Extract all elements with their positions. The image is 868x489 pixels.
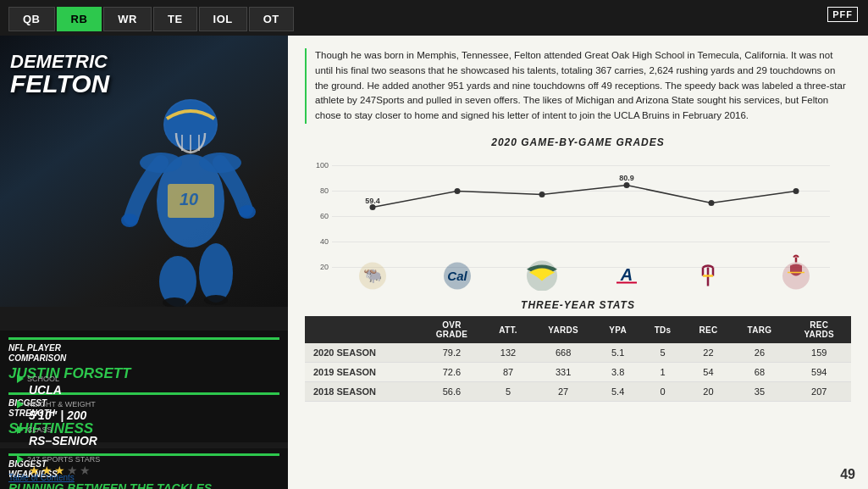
- svg-text:20: 20: [320, 263, 329, 271]
- col-header-ovr: OVRGRADE: [418, 316, 484, 343]
- svg-point-1: [199, 243, 233, 303]
- svg-text:A: A: [620, 265, 633, 284]
- team-logo-oregon: [527, 261, 557, 292]
- tab-ot[interactable]: OT: [249, 7, 294, 31]
- chart-title: 2020 GAME-BY-GAME GRADES: [305, 136, 851, 148]
- cell-season-0: 2020 SEASON: [305, 343, 418, 363]
- stars-rating: ★ ★ ★ ★ ★: [17, 464, 100, 477]
- cell-att-2: 5: [485, 382, 532, 402]
- chart-label-1: 59.4: [365, 197, 380, 205]
- col-header-targ: TARG: [732, 316, 787, 343]
- cell-ypa-2: 5.4: [595, 382, 641, 402]
- cell-ovr_grade-1: 72.6: [418, 363, 484, 382]
- cell-season-1: 2019 SEASON: [305, 363, 418, 382]
- svg-point-12: [239, 205, 256, 219]
- svg-text:100: 100: [316, 161, 329, 169]
- cell-rec-2: 20: [685, 382, 733, 402]
- player-last-name: FELTON: [10, 71, 109, 97]
- chart-point-5: [709, 200, 715, 206]
- star-3: ★: [54, 464, 65, 477]
- svg-text:60: 60: [320, 212, 329, 220]
- star-2: ★: [41, 464, 53, 477]
- player-name-overlay: DEMETRIC FELTON: [10, 53, 109, 97]
- col-header-ypa: YPA: [595, 316, 641, 343]
- team-logo-colorado: 🐃: [359, 263, 386, 290]
- svg-text:40: 40: [320, 237, 329, 246]
- star-4: ★: [67, 464, 78, 477]
- cell-season-2: 2018 SEASON: [305, 382, 418, 402]
- class-value: RS–SENIOR: [17, 434, 97, 447]
- tab-wr[interactable]: WR: [103, 7, 152, 31]
- table-row: 2019 SEASON72.6873313.815468594: [305, 363, 851, 382]
- team-logo-cal: Cal: [444, 263, 471, 290]
- cell-targ-0: 26: [732, 343, 787, 363]
- cell-rec_yards-1: 594: [788, 363, 851, 382]
- cell-ypa-1: 3.8: [595, 363, 641, 382]
- cell-rec_yards-0: 159: [788, 343, 851, 363]
- stats-table: OVRGRADE ATT. YARDS YPA TDs REC TARG REC…: [305, 316, 851, 402]
- tab-qb[interactable]: QB: [8, 7, 55, 31]
- right-panel: Though he was born in Memphis, Tennessee…: [288, 36, 868, 489]
- height-weight-info: Height & Weight 5'10" | 200: [17, 400, 96, 422]
- height-weight-value: 5'10" | 200: [17, 408, 96, 422]
- cell-tds-1: 1: [640, 363, 684, 382]
- star-1: ★: [29, 464, 40, 477]
- player-first-name: DEMETRIC: [10, 53, 109, 71]
- tab-rb[interactable]: RB: [57, 7, 102, 31]
- star-5: ★: [80, 464, 91, 477]
- tab-iol[interactable]: IOL: [199, 7, 247, 31]
- svg-text:🐃: 🐃: [363, 266, 383, 285]
- school-label: School: [17, 375, 62, 383]
- tab-te[interactable]: TE: [153, 7, 197, 31]
- cell-tds-2: 0: [640, 382, 684, 402]
- table-row: 2020 SEASON79.21326685.152226159: [305, 343, 851, 363]
- class-info: Class RS–SENIOR: [17, 425, 97, 447]
- chart-label-4: 80.9: [619, 174, 634, 182]
- col-header-yards: YARDS: [531, 316, 594, 343]
- chart-point-2: [455, 188, 461, 194]
- stars-label: 247 Sports Stars: [17, 455, 100, 464]
- cell-rec-0: 22: [685, 343, 733, 363]
- col-header-rec-yards: RECYARDS: [788, 316, 851, 343]
- cell-yards-1: 331: [531, 363, 594, 382]
- school-arrow-icon: [17, 375, 24, 383]
- class-label: Class: [17, 425, 97, 434]
- cell-rec_yards-2: 207: [788, 382, 851, 402]
- cell-ovr_grade-0: 79.2: [418, 343, 484, 363]
- stats-section: THREE-YEAR STATS OVRGRADE ATT. YARDS YPA…: [305, 299, 851, 402]
- pff-logo: PFF: [827, 7, 858, 22]
- player-figure-svg: 10: [93, 53, 288, 307]
- chart-line: [373, 186, 796, 208]
- stars-info: 247 Sports Stars ★ ★ ★ ★ ★: [17, 455, 100, 477]
- page-number: 49: [840, 467, 855, 482]
- cell-tds-0: 5: [640, 343, 684, 363]
- cell-yards-2: 27: [531, 382, 594, 402]
- cell-yards-0: 668: [531, 343, 594, 363]
- stats-table-body: 2020 SEASON79.21326685.1522261592019 SEA…: [305, 343, 851, 402]
- school-info: School UCLA: [17, 375, 62, 397]
- game-grades-chart: 100 80 60 40 20: [305, 155, 851, 291]
- col-header-tds: TDs: [640, 316, 684, 343]
- table-row: 2018 SEASON56.65275.402035207: [305, 382, 851, 402]
- class-arrow-icon: [17, 425, 24, 434]
- chart-container: 100 80 60 40 20: [305, 155, 851, 291]
- cell-targ-1: 68: [732, 363, 787, 382]
- nfl-comparison-label: NFL PLAYERCOMPARISON: [8, 343, 279, 364]
- svg-point-11: [121, 214, 138, 227]
- chart-point-4: [624, 182, 630, 188]
- table-header-row: OVRGRADE ATT. YARDS YPA TDs REC TARG REC…: [305, 316, 851, 343]
- green-divider-bar: [8, 337, 279, 340]
- col-header-rec: REC: [685, 316, 733, 343]
- svg-text:80: 80: [320, 186, 329, 195]
- player-image-area: DEMETRIC FELTON: [0, 36, 288, 307]
- team-logo-usc: [782, 256, 810, 290]
- team-logo-asu: [703, 266, 713, 286]
- bio-text: Though he was born in Memphis, Tennessee…: [305, 48, 851, 124]
- school-value: UCLA: [17, 383, 62, 397]
- svg-point-14: [204, 295, 228, 305]
- stars-arrow-icon: [17, 455, 24, 464]
- svg-text:Cal: Cal: [447, 269, 467, 283]
- chart-point-1: [370, 204, 376, 210]
- cell-ypa-0: 5.1: [595, 343, 641, 363]
- hw-arrow-icon: [17, 400, 24, 408]
